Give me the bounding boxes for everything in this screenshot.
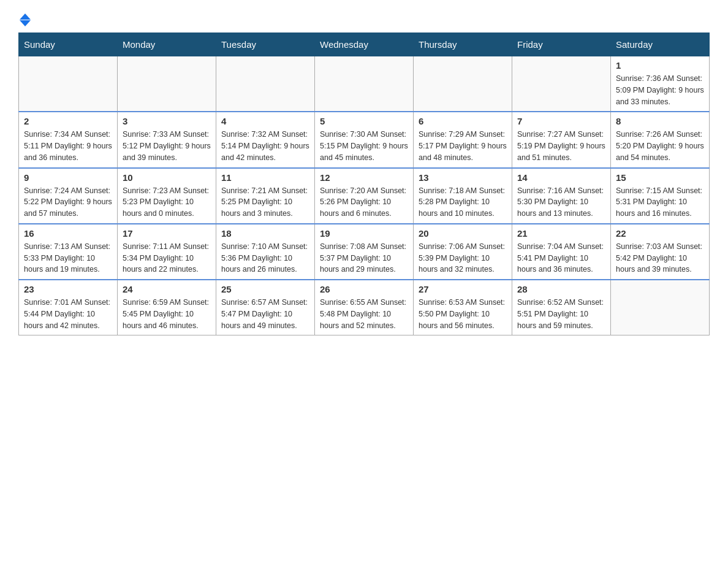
- day-info: Sunrise: 7:13 AM Sunset: 5:33 PM Dayligh…: [24, 241, 112, 275]
- day-number: 28: [517, 284, 605, 294]
- day-info: Sunrise: 7:08 AM Sunset: 5:37 PM Dayligh…: [320, 241, 408, 275]
- day-info: Sunrise: 7:18 AM Sunset: 5:28 PM Dayligh…: [419, 185, 507, 220]
- weekday-header-tuesday: Tuesday: [216, 33, 315, 56]
- calendar-cell: 26Sunrise: 6:55 AM Sunset: 5:48 PM Dayli…: [315, 280, 414, 335]
- day-number: 4: [221, 116, 309, 126]
- calendar-week-4: 16Sunrise: 7:13 AM Sunset: 5:33 PM Dayli…: [19, 224, 710, 280]
- calendar-cell: 19Sunrise: 7:08 AM Sunset: 5:37 PM Dayli…: [315, 224, 414, 280]
- day-info: Sunrise: 7:23 AM Sunset: 5:23 PM Dayligh…: [123, 185, 211, 220]
- weekday-row: SundayMondayTuesdayWednesdayThursdayFrid…: [19, 33, 710, 56]
- day-number: 20: [419, 228, 507, 239]
- calendar-cell: 21Sunrise: 7:04 AM Sunset: 5:41 PM Dayli…: [512, 224, 611, 280]
- day-info: Sunrise: 6:59 AM Sunset: 5:45 PM Dayligh…: [123, 297, 211, 331]
- day-number: 5: [320, 116, 408, 126]
- day-number: 24: [123, 284, 211, 294]
- calendar-week-2: 2Sunrise: 7:34 AM Sunset: 5:11 PM Daylig…: [19, 112, 710, 167]
- calendar-cell: 1Sunrise: 7:36 AM Sunset: 5:09 PM Daylig…: [611, 56, 710, 112]
- day-number: 1: [616, 60, 704, 71]
- day-info: Sunrise: 7:26 AM Sunset: 5:20 PM Dayligh…: [616, 129, 704, 163]
- day-number: 12: [320, 172, 408, 183]
- day-info: Sunrise: 7:29 AM Sunset: 5:17 PM Dayligh…: [419, 129, 507, 163]
- weekday-header-monday: Monday: [118, 33, 216, 56]
- calendar-cell: 2Sunrise: 7:34 AM Sunset: 5:11 PM Daylig…: [19, 112, 118, 167]
- day-number: 8: [616, 116, 704, 126]
- calendar-cell: 20Sunrise: 7:06 AM Sunset: 5:39 PM Dayli…: [414, 224, 512, 280]
- calendar-cell: 11Sunrise: 7:21 AM Sunset: 5:25 PM Dayli…: [216, 168, 315, 224]
- weekday-header-thursday: Thursday: [414, 33, 512, 56]
- day-number: 6: [419, 116, 507, 126]
- calendar-cell: 7Sunrise: 7:27 AM Sunset: 5:19 PM Daylig…: [512, 112, 611, 167]
- calendar-cell: [512, 56, 611, 112]
- calendar-cell: 28Sunrise: 6:52 AM Sunset: 5:51 PM Dayli…: [512, 280, 611, 335]
- calendar-cell: [216, 56, 315, 112]
- day-info: Sunrise: 7:32 AM Sunset: 5:14 PM Dayligh…: [221, 129, 309, 163]
- weekday-header-friday: Friday: [512, 33, 611, 56]
- calendar-cell: 6Sunrise: 7:29 AM Sunset: 5:17 PM Daylig…: [414, 112, 512, 167]
- day-info: Sunrise: 7:21 AM Sunset: 5:25 PM Dayligh…: [221, 185, 309, 220]
- day-info: Sunrise: 7:36 AM Sunset: 5:09 PM Dayligh…: [616, 73, 704, 107]
- calendar-week-5: 23Sunrise: 7:01 AM Sunset: 5:44 PM Dayli…: [19, 280, 710, 335]
- calendar-cell: [414, 56, 512, 112]
- day-info: Sunrise: 7:16 AM Sunset: 5:30 PM Dayligh…: [517, 185, 605, 220]
- day-number: 26: [320, 284, 408, 294]
- day-number: 14: [517, 172, 605, 183]
- day-number: 19: [320, 228, 408, 239]
- day-info: Sunrise: 7:11 AM Sunset: 5:34 PM Dayligh…: [123, 241, 211, 275]
- day-info: Sunrise: 7:01 AM Sunset: 5:44 PM Dayligh…: [24, 297, 112, 331]
- day-number: 23: [24, 284, 112, 294]
- calendar-cell: [118, 56, 216, 112]
- calendar-cell: [19, 56, 118, 112]
- logo: [18, 12, 31, 26]
- calendar-cell: 18Sunrise: 7:10 AM Sunset: 5:36 PM Dayli…: [216, 224, 315, 280]
- day-info: Sunrise: 6:57 AM Sunset: 5:47 PM Dayligh…: [221, 297, 309, 331]
- day-number: 18: [221, 228, 309, 239]
- day-info: Sunrise: 7:10 AM Sunset: 5:36 PM Dayligh…: [221, 241, 309, 275]
- calendar-cell: 4Sunrise: 7:32 AM Sunset: 5:14 PM Daylig…: [216, 112, 315, 167]
- calendar-body: 1Sunrise: 7:36 AM Sunset: 5:09 PM Daylig…: [19, 56, 710, 335]
- calendar-cell: 10Sunrise: 7:23 AM Sunset: 5:23 PM Dayli…: [118, 168, 216, 224]
- day-info: Sunrise: 7:06 AM Sunset: 5:39 PM Dayligh…: [419, 241, 507, 275]
- calendar-cell: 22Sunrise: 7:03 AM Sunset: 5:42 PM Dayli…: [611, 224, 710, 280]
- day-number: 11: [221, 172, 309, 183]
- calendar-cell: 8Sunrise: 7:26 AM Sunset: 5:20 PM Daylig…: [611, 112, 710, 167]
- calendar-cell: [611, 280, 710, 335]
- day-info: Sunrise: 7:04 AM Sunset: 5:41 PM Dayligh…: [517, 241, 605, 275]
- calendar-cell: 16Sunrise: 7:13 AM Sunset: 5:33 PM Dayli…: [19, 224, 118, 280]
- day-number: 3: [123, 116, 211, 126]
- day-info: Sunrise: 7:15 AM Sunset: 5:31 PM Dayligh…: [616, 185, 704, 220]
- day-number: 9: [24, 172, 112, 183]
- day-number: 2: [24, 116, 112, 126]
- calendar-week-1: 1Sunrise: 7:36 AM Sunset: 5:09 PM Daylig…: [19, 56, 710, 112]
- day-number: 16: [24, 228, 112, 239]
- day-number: 22: [616, 228, 704, 239]
- day-number: 27: [419, 284, 507, 294]
- calendar-cell: 27Sunrise: 6:53 AM Sunset: 5:50 PM Dayli…: [414, 280, 512, 335]
- weekday-header-saturday: Saturday: [611, 33, 710, 56]
- calendar-week-3: 9Sunrise: 7:24 AM Sunset: 5:22 PM Daylig…: [19, 168, 710, 224]
- day-number: 13: [419, 172, 507, 183]
- calendar-header: SundayMondayTuesdayWednesdayThursdayFrid…: [19, 33, 710, 56]
- calendar-cell: 12Sunrise: 7:20 AM Sunset: 5:26 PM Dayli…: [315, 168, 414, 224]
- day-info: Sunrise: 7:34 AM Sunset: 5:11 PM Dayligh…: [24, 129, 112, 163]
- calendar-table: SundayMondayTuesdayWednesdayThursdayFrid…: [18, 33, 710, 335]
- calendar-cell: 13Sunrise: 7:18 AM Sunset: 5:28 PM Dayli…: [414, 168, 512, 224]
- calendar-cell: [315, 56, 414, 112]
- calendar-cell: 3Sunrise: 7:33 AM Sunset: 5:12 PM Daylig…: [118, 112, 216, 167]
- calendar-cell: 17Sunrise: 7:11 AM Sunset: 5:34 PM Dayli…: [118, 224, 216, 280]
- day-number: 15: [616, 172, 704, 183]
- day-number: 10: [123, 172, 211, 183]
- weekday-header-sunday: Sunday: [19, 33, 118, 56]
- day-info: Sunrise: 7:20 AM Sunset: 5:26 PM Dayligh…: [320, 185, 408, 220]
- day-info: Sunrise: 7:24 AM Sunset: 5:22 PM Dayligh…: [24, 185, 112, 220]
- weekday-header-wednesday: Wednesday: [315, 33, 414, 56]
- calendar-cell: 24Sunrise: 6:59 AM Sunset: 5:45 PM Dayli…: [118, 280, 216, 335]
- day-info: Sunrise: 6:52 AM Sunset: 5:51 PM Dayligh…: [517, 297, 605, 331]
- day-info: Sunrise: 6:55 AM Sunset: 5:48 PM Dayligh…: [320, 297, 408, 331]
- page-header: [18, 12, 710, 26]
- day-info: Sunrise: 7:27 AM Sunset: 5:19 PM Dayligh…: [517, 129, 605, 163]
- day-number: 17: [123, 228, 211, 239]
- calendar-cell: 23Sunrise: 7:01 AM Sunset: 5:44 PM Dayli…: [19, 280, 118, 335]
- day-info: Sunrise: 7:03 AM Sunset: 5:42 PM Dayligh…: [616, 241, 704, 275]
- calendar-cell: 5Sunrise: 7:30 AM Sunset: 5:15 PM Daylig…: [315, 112, 414, 167]
- calendar-cell: 15Sunrise: 7:15 AM Sunset: 5:31 PM Dayli…: [611, 168, 710, 224]
